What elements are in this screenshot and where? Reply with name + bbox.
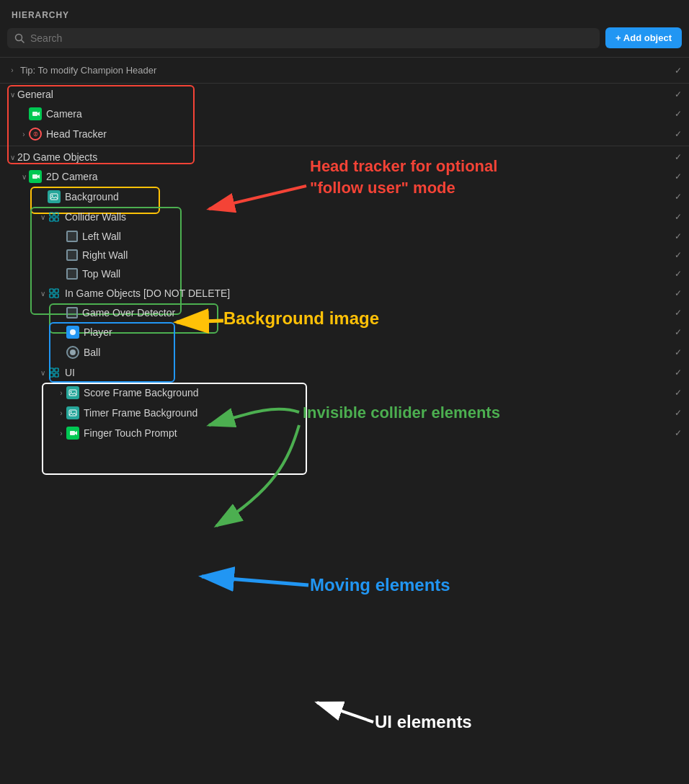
in-game-chevron: ∨ [37, 288, 48, 298]
head-tracker-chevron: › [19, 129, 29, 139]
head-tracker-check: ✓ [675, 129, 682, 139]
search-bar: + Add object [0, 27, 689, 55]
finger-touch-icon [66, 427, 79, 440]
2d-objects-label: 2D Game Objects [17, 151, 675, 163]
row-in-game-objects[interactable]: ∨ In Game Objects [DO NOT DELETE] ✓ [0, 283, 689, 303]
right-wall-chevron [56, 250, 66, 260]
background-chevron [37, 192, 48, 202]
in-game-text: In Game Objects [DO NOT DELETE] [65, 288, 230, 299]
search-input[interactable] [30, 32, 592, 44]
svg-point-7 [52, 195, 53, 197]
score-frame-text: Score Frame Background [84, 387, 199, 398]
row-game-over-detector[interactable]: Game Over Detector ✓ [0, 303, 689, 322]
score-frame-icon [66, 386, 79, 399]
timer-frame-text: Timer Frame Background [84, 407, 197, 419]
svg-rect-4 [32, 174, 37, 179]
row-general[interactable]: ∨ General ✓ [0, 85, 689, 104]
row-collider-walls[interactable]: ∨ Collider Walls ✓ [0, 207, 689, 227]
right-wall-check: ✓ [675, 250, 682, 260]
game-over-chevron [56, 308, 66, 318]
search-input-wrap[interactable] [7, 28, 600, 48]
svg-rect-2 [32, 112, 37, 116]
background-label: Background [48, 190, 675, 203]
right-wall-label: Right Wall [66, 249, 675, 261]
finger-touch-check: ✓ [675, 428, 682, 438]
game-over-label: Game Over Detector [66, 307, 675, 318]
timer-frame-icon [66, 406, 79, 419]
svg-rect-9 [55, 213, 58, 216]
background-icon [48, 190, 61, 203]
section-general: ∨ General ✓ Camera ✓ › [0, 85, 689, 144]
player-label: Player [66, 326, 675, 339]
general-label: General [17, 89, 675, 100]
background-check: ✓ [675, 192, 682, 202]
2d-objects-check: ✓ [675, 152, 682, 162]
divider-1 [0, 57, 689, 58]
svg-marker-26 [75, 431, 77, 435]
collider-text: Collider Walls [65, 211, 126, 223]
general-chevron: ∨ [7, 89, 17, 99]
svg-rect-25 [70, 431, 75, 435]
top-wall-icon [66, 268, 78, 280]
ui-children-section: › Score Frame Background ✓ › [0, 383, 689, 443]
svg-point-22 [71, 391, 72, 393]
collider-label: Collider Walls [48, 210, 675, 223]
row-2d-game-objects[interactable]: ∨ 2D Game Objects ✓ [0, 148, 689, 166]
ball-text: Ball [84, 347, 100, 358]
timer-frame-check: ✓ [675, 408, 682, 418]
svg-rect-11 [55, 218, 58, 221]
right-wall-text: Right Wall [82, 249, 128, 261]
2d-objects-chevron: ∨ [7, 152, 17, 162]
ui-icon [48, 366, 61, 379]
2d-camera-check: ✓ [675, 172, 682, 182]
svg-text:Moving elements: Moving elements [310, 575, 450, 594]
tip-row[interactable]: › Tip: To modify Champion Header ✓ [0, 59, 689, 81]
row-right-wall[interactable]: Right Wall ✓ [0, 246, 689, 264]
ui-check: ✓ [675, 368, 682, 378]
row-camera[interactable]: Camera ✓ [0, 104, 689, 124]
svg-point-24 [71, 411, 72, 413]
finger-touch-text: Finger Touch Prompt [84, 427, 177, 439]
left-wall-text: Left Wall [82, 231, 121, 242]
2d-camera-label: 2D Camera [29, 170, 675, 183]
row-finger-touch[interactable]: › Finger Touch Prompt ✓ [0, 423, 689, 443]
background-section: Background ✓ [0, 187, 689, 207]
timer-frame-label: Timer Frame Background [66, 406, 675, 419]
in-game-check: ✓ [675, 288, 682, 298]
svg-marker-5 [37, 174, 40, 179]
camera-text: Camera [46, 108, 82, 120]
top-wall-text: Top Wall [82, 268, 120, 280]
ui-label: UI [48, 366, 675, 379]
top-wall-chevron [56, 269, 66, 279]
finger-touch-label: Finger Touch Prompt [66, 427, 675, 440]
row-ui[interactable]: ∨ UI ✓ [0, 362, 689, 383]
hierarchy-panel: HIERARCHY + Add object › Tip: To modify … [0, 0, 689, 443]
row-top-wall[interactable]: Top Wall ✓ [0, 264, 689, 283]
general-check: ✓ [675, 89, 682, 99]
row-score-frame[interactable]: › Score Frame Background ✓ [0, 383, 689, 403]
game-over-text: Game Over Detector [82, 307, 175, 318]
tip-checkmark: ✓ [675, 66, 682, 76]
ui-chevron: ∨ [37, 368, 48, 378]
row-ball[interactable]: Ball ✓ [0, 342, 689, 362]
svg-rect-14 [50, 294, 53, 298]
add-object-button[interactable]: + Add object [605, 27, 682, 48]
svg-rect-12 [50, 289, 53, 293]
row-background[interactable]: Background ✓ [0, 187, 689, 207]
row-left-wall[interactable]: Left Wall ✓ [0, 227, 689, 246]
row-timer-frame[interactable]: › Timer Frame Background ✓ [0, 403, 689, 423]
left-wall-label: Left Wall [66, 231, 675, 242]
svg-rect-13 [55, 289, 58, 293]
row-2d-camera[interactable]: ∨ 2D Camera ✓ [0, 166, 689, 187]
ball-inner [70, 349, 76, 355]
svg-rect-8 [50, 213, 53, 216]
left-wall-check: ✓ [675, 231, 682, 241]
collider-chevron: ∨ [37, 212, 48, 222]
row-player[interactable]: Player ✓ [0, 322, 689, 342]
svg-rect-10 [50, 218, 53, 221]
divider-3 [0, 146, 689, 146]
collider-check: ✓ [675, 212, 682, 222]
player-chevron [56, 327, 66, 337]
ball-check: ✓ [675, 347, 682, 357]
row-head-tracker[interactable]: › ⦿ Head Tracker ✓ [0, 124, 689, 144]
